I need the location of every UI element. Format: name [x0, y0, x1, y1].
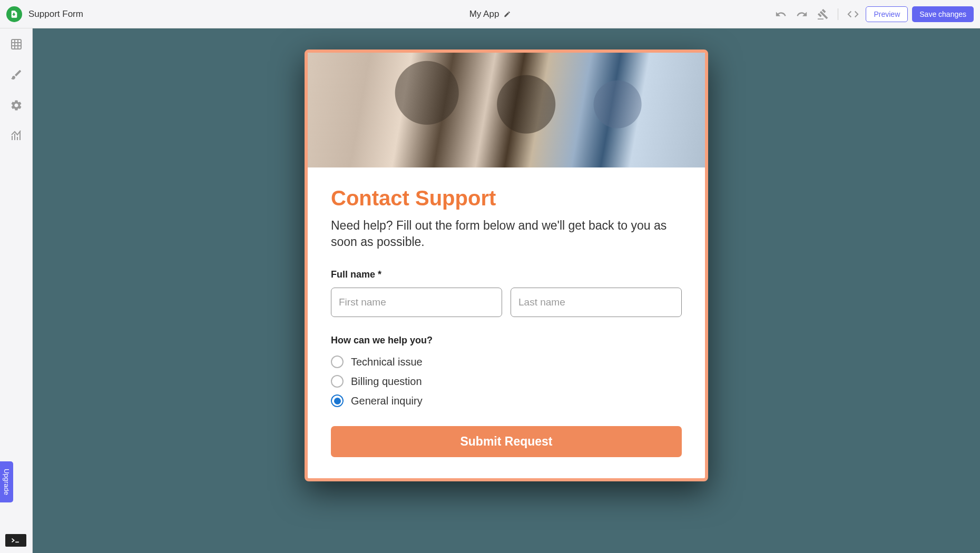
radio-technical-issue[interactable]: Technical issue — [331, 355, 682, 368]
sidebar-settings-button[interactable] — [8, 97, 25, 114]
radio-general-inquiry[interactable]: General inquiry — [331, 394, 682, 407]
form-card[interactable]: Contact Support Need help? Fill out the … — [305, 50, 708, 481]
app-name: My App — [469, 9, 499, 19]
gavel-icon — [817, 8, 829, 20]
last-name-input[interactable] — [511, 288, 682, 317]
radio-billing-question[interactable]: Billing question — [331, 375, 682, 388]
logo-icon — [10, 10, 18, 18]
form-body: Contact Support Need help? Fill out the … — [308, 167, 705, 478]
page-title: Support Form — [28, 9, 83, 19]
form-subtitle: Need help? Fill out the form below and w… — [331, 218, 682, 250]
grid-icon — [10, 38, 23, 51]
radio-label: Technical issue — [351, 356, 423, 368]
chart-icon — [10, 130, 23, 142]
pencil-icon — [503, 11, 511, 18]
preview-button[interactable]: Preview — [866, 6, 908, 22]
full-name-label: Full name * — [331, 269, 682, 280]
gear-icon — [10, 99, 23, 112]
undo-button[interactable] — [772, 6, 789, 23]
app-name-container[interactable]: My App — [469, 9, 511, 19]
help-label: How can we help you? — [331, 335, 682, 346]
sidebar-grid-button[interactable] — [8, 36, 25, 53]
canvas[interactable]: Contact Support Need help? Fill out the … — [33, 28, 980, 553]
build-button[interactable] — [815, 6, 831, 23]
save-button[interactable]: Save changes — [912, 6, 974, 22]
name-row — [331, 288, 682, 317]
undo-icon — [775, 8, 787, 20]
sidebar-brush-button[interactable] — [8, 66, 25, 83]
console-button[interactable] — [5, 534, 26, 547]
radio-circle — [331, 375, 344, 388]
radio-circle — [331, 394, 344, 407]
code-button[interactable] — [845, 6, 861, 23]
divider — [838, 8, 838, 20]
topbar-right: Preview Save changes — [772, 6, 974, 23]
redo-icon — [796, 8, 808, 20]
main: Upgrade Contact Support Need help? Fill … — [0, 28, 980, 553]
radio-label: Billing question — [351, 376, 422, 388]
app-logo[interactable] — [6, 6, 22, 22]
radio-circle — [331, 355, 344, 368]
topbar-left: Support Form — [6, 6, 772, 22]
left-sidebar: Upgrade — [0, 28, 33, 553]
svg-rect-0 — [12, 39, 21, 49]
form-title: Contact Support — [331, 186, 682, 210]
radio-group: Technical issue Billing question General… — [331, 355, 682, 407]
hero-image — [308, 53, 705, 167]
first-name-input[interactable] — [331, 288, 502, 317]
code-icon — [847, 8, 859, 20]
radio-label: General inquiry — [351, 395, 423, 407]
brush-icon — [10, 68, 23, 81]
upgrade-button[interactable]: Upgrade — [0, 461, 13, 502]
topbar: Support Form My App Preview Save changes — [0, 0, 980, 28]
sidebar-analytics-button[interactable] — [8, 127, 25, 144]
redo-button[interactable] — [793, 6, 810, 23]
submit-button[interactable]: Submit Request — [331, 426, 682, 457]
terminal-icon — [11, 537, 21, 544]
